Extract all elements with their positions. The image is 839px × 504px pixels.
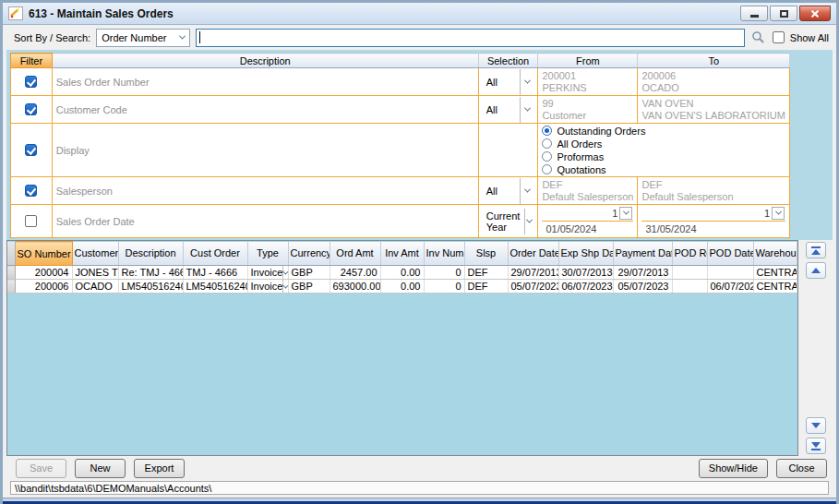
cell-warehouse: CENTRAL [753,266,797,280]
chevron-down-icon[interactable] [282,280,288,293]
filter-description: Display [56,145,90,156]
from-line-1: DEF [542,179,633,191]
filter-from-value[interactable]: 99 Customer [538,96,638,124]
from-date-value[interactable]: 01/05/2024 [542,222,633,237]
column-header-inv-amt[interactable]: Inv Amt [380,242,424,266]
filter-panel: Filter Description Selection From To Sal… [6,50,833,240]
filter-header-to: To [638,54,790,68]
filter-checkbox-display[interactable] [25,144,37,156]
row-selector[interactable] [7,266,15,280]
filter-checkbox-sales-order-number[interactable] [25,76,37,88]
filter-row-sales-order-date: Sales Order Date Current Year 1 01/05/20… [11,205,790,238]
filter-checkbox-sales-order-date[interactable] [25,215,37,227]
filter-header-from: From [538,54,638,68]
column-header-pod-ref[interactable]: POD Ref [672,242,707,266]
to-offset-value[interactable]: 1 [764,208,772,219]
radio-label: Quotations [557,164,605,175]
radio-icon [542,151,552,162]
filter-checkbox-salesperson[interactable] [25,185,37,197]
close-window-button[interactable]: Close [776,459,827,478]
chevron-down-icon[interactable] [772,207,785,220]
chevron-down-icon [520,178,533,204]
filter-to-value[interactable]: DEF Default Salesperson [638,177,790,205]
column-header-pod-date[interactable]: POD Date [707,242,753,266]
window-bottom-frame [3,498,836,504]
search-input[interactable] [196,29,745,47]
chevron-down-icon [520,69,533,95]
chevron-down-icon[interactable] [619,207,632,220]
from-line-2: PERKINS [542,82,633,94]
table-row[interactable]: 200006 OCADO LM54051624001 LM54051624001… [7,280,797,294]
selection-select[interactable]: All [483,97,534,123]
status-bar: \\bandit\tsbdata\6\DEMOManuals\Accounts\ [3,480,836,498]
selection-value: All [483,104,497,115]
cell-cust-order: LM54051624001 [183,280,247,294]
column-header-customer[interactable]: Customer [72,242,118,266]
filter-from-value[interactable]: DEF Default Salesperson [538,177,638,205]
row-selector[interactable] [7,280,15,294]
sort-by-value: Order Number [102,32,166,43]
column-header-inv-num[interactable]: Inv Num [424,242,464,266]
cell-description: LM54051624001 [118,280,183,294]
scroll-top-icon [811,246,821,248]
column-header-slsp[interactable]: Slsp [464,242,508,266]
column-header-currency[interactable]: Currency [288,242,330,266]
selection-select[interactable]: All [483,178,534,204]
caption-buttons [740,6,831,21]
to-line-1: VAN OVEN [641,98,785,110]
filter-to-value[interactable]: 200006 OCADO [638,68,790,96]
column-header-ord-amt[interactable]: Ord Amt [330,242,380,266]
column-header-description[interactable]: Description [118,242,183,266]
radio-proformas[interactable]: Proformas [542,150,785,162]
scroll-to-bottom-button[interactable] [806,438,826,454]
column-header-warehouse[interactable]: Warehouse [753,242,797,266]
cell-pod-ref [672,266,707,280]
cell-exp-shp-date: 06/07/2023 [558,280,613,294]
show-all-checkbox[interactable] [773,31,785,43]
search-button[interactable] [750,30,767,46]
chevron-down-icon[interactable] [282,266,288,279]
export-button[interactable]: Export [134,459,185,478]
search-toolbar: Sort By / Search: Order Number Show All [3,25,836,50]
to-date-value[interactable]: 31/05/2024 [641,222,785,237]
filter-to-date-cell: 1 31/05/2024 [638,205,790,238]
scroll-up-button[interactable] [806,262,826,279]
radio-all-orders[interactable]: All Orders [542,138,785,150]
cell-ord-amt: 2457.00 [330,266,380,280]
new-button[interactable]: New [75,459,126,478]
table-row[interactable]: 200004 JONES T M Re: TMJ - 4666 TMJ - 46… [7,266,797,280]
column-header-exp-shp-date[interactable]: Exp Shp Date [558,242,613,266]
filter-header-row: Filter Description Selection From To [11,54,790,68]
filter-from-value[interactable]: 200001 PERKINS [538,68,638,96]
filter-to-value[interactable]: VAN OVEN VAN OVEN'S LABORATORIUM [638,96,790,124]
column-header-so-number[interactable]: SO Number [15,242,72,266]
show-hide-button[interactable]: Show/Hide [699,459,768,478]
radio-label: Proformas [557,151,604,162]
maximize-button[interactable] [770,6,797,21]
radio-icon [542,126,552,136]
selection-select[interactable]: Current Year [483,209,534,234]
cell-so-number: 200004 [15,266,72,280]
scroll-down-button[interactable] [806,417,826,434]
radio-quotations[interactable]: Quotations [542,163,785,175]
column-header-order-date[interactable]: Order Date [508,242,558,266]
scroll-to-top-button[interactable] [806,242,826,258]
to-line-1: DEF [641,179,785,191]
triangle-down-icon [811,423,821,428]
from-offset-value[interactable]: 1 [612,208,619,219]
filter-row-salesperson: Salesperson All DEF Default Salesperson … [11,177,790,205]
chevron-down-icon [520,97,533,123]
sort-by-select[interactable]: Order Number [96,29,190,47]
cell-payment-date: 05/07/2023 [613,280,672,294]
close-button[interactable] [799,6,831,21]
selection-select[interactable]: All [483,69,534,95]
column-header-payment-date[interactable]: Payment Date [613,242,672,266]
maximize-icon [780,10,788,18]
cell-pod-date [707,266,753,280]
save-button[interactable]: Save [16,459,66,478]
column-header-type[interactable]: Type [247,242,288,266]
column-header-cust-order[interactable]: Cust Order [183,242,247,266]
radio-outstanding-orders[interactable]: Outstanding Orders [542,125,785,137]
minimize-button[interactable] [740,6,768,21]
filter-checkbox-customer-code[interactable] [25,103,37,115]
